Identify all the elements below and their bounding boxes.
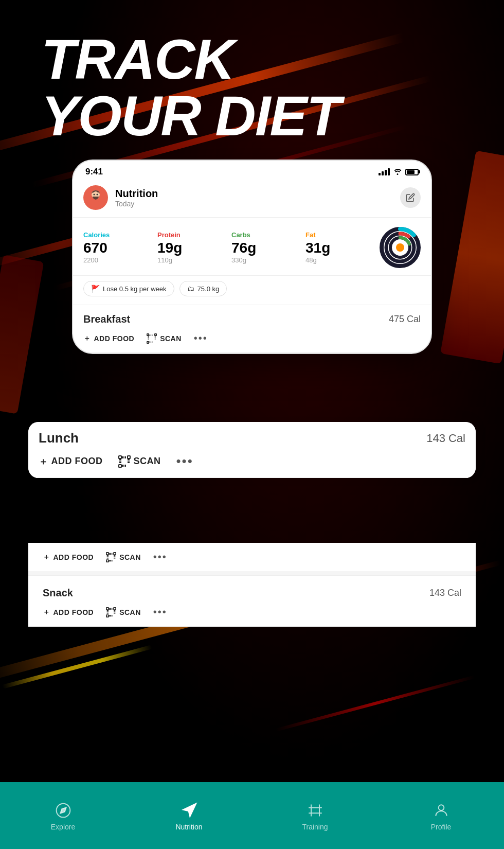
nutrition-nav-label: Nutrition	[175, 823, 202, 831]
lunch-calories: 143 Cal	[426, 432, 465, 445]
nav-profile[interactable]: Profile	[416, 800, 467, 831]
dinner-scan[interactable]: SCAN	[106, 552, 141, 562]
snack-section: Snack 143 Cal ＋ ADD FOOD	[28, 575, 476, 626]
bottom-navigation: Explore Nutrition Training Profile	[0, 782, 504, 849]
weight-goal-text: Lose 0.5 kg per week	[103, 285, 167, 293]
hero-line1: TRACK	[41, 31, 340, 87]
breakfast-add-food[interactable]: ＋ ADD FOOD	[83, 334, 134, 343]
scale-icon: 🗂	[187, 285, 194, 293]
breakfast-scan[interactable]: SCAN	[147, 333, 182, 344]
svg-rect-41	[106, 552, 109, 554]
svg-point-2	[94, 194, 95, 196]
wifi-icon	[393, 168, 402, 176]
fat-goal: 48g	[305, 256, 380, 264]
signal-bar-2	[382, 171, 384, 175]
snack-scan-label: SCAN	[119, 608, 141, 616]
calories-stat: Calories 670 2200	[83, 231, 157, 264]
fat-label: Fat	[305, 231, 380, 239]
snack-scan[interactable]: SCAN	[106, 607, 141, 617]
snack-more[interactable]: •••	[153, 606, 167, 618]
fat-value: 31g	[305, 240, 380, 256]
svg-rect-43	[106, 560, 109, 562]
snack-actions: ＋ ADD FOOD	[43, 606, 461, 618]
lunch-header: Lunch 143 Cal	[39, 430, 465, 446]
nav-explore[interactable]: Explore	[38, 800, 89, 831]
svg-rect-27	[128, 456, 130, 458]
nav-nutrition[interactable]: Nutrition	[164, 800, 215, 831]
lunch-scan-label: SCAN	[134, 456, 161, 467]
dinner-more[interactable]: •••	[153, 551, 167, 563]
training-icon	[305, 800, 326, 821]
breakfast-more[interactable]: •••	[194, 332, 208, 344]
status-time: 9:41	[85, 167, 103, 177]
progress-chart	[380, 227, 421, 268]
snack-add-label: ADD FOOD	[53, 608, 94, 616]
svg-marker-72	[60, 807, 66, 813]
dinner-add-label: ADD FOOD	[53, 553, 94, 561]
nutrition-date: Today	[115, 200, 400, 208]
signal-bar-4	[388, 168, 390, 175]
current-weight-badge[interactable]: 🗂 75.0 kg	[179, 281, 227, 296]
calories-label: Calories	[83, 231, 157, 239]
status-icons	[379, 168, 419, 176]
app-title: Nutrition Today	[115, 188, 400, 208]
svg-rect-56	[106, 607, 109, 609]
calories-goal: 2200	[83, 256, 157, 264]
protein-stat: Protein 19g 110g	[157, 231, 231, 264]
breakfast-actions: ＋ ADD FOOD	[83, 332, 421, 344]
svg-rect-13	[147, 341, 149, 343]
calories-value: 670	[83, 240, 157, 256]
snack-name: Snack	[43, 587, 73, 599]
svg-rect-28	[119, 465, 121, 467]
plus-icon: ＋	[83, 334, 91, 343]
svg-rect-26	[119, 456, 121, 458]
svg-point-3	[97, 194, 98, 196]
dinner-add-section: ＋ ADD FOOD	[28, 543, 476, 571]
barcode-icon	[106, 552, 116, 562]
training-label: Training	[302, 823, 328, 831]
svg-point-73	[438, 805, 444, 810]
hero-line2: YOUR DIET	[41, 87, 340, 144]
lunch-add-label: ADD FOOD	[51, 456, 103, 467]
lunch-actions: ＋ ADD FOOD	[39, 453, 465, 469]
barcode-icon	[147, 333, 157, 344]
profile-icon	[431, 800, 452, 821]
phone-mockup: 9:41	[72, 160, 432, 354]
lunch-name: Lunch	[39, 430, 79, 446]
breakfast-calories: 475 Cal	[389, 314, 421, 325]
snack-add-food[interactable]: ＋ ADD FOOD	[43, 608, 94, 617]
protein-goal: 110g	[157, 256, 231, 264]
signal-bar-1	[379, 173, 381, 175]
lunch-add-food[interactable]: ＋ ADD FOOD	[39, 455, 103, 468]
flag-icon: 🚩	[91, 285, 100, 293]
current-weight-text: 75.0 kg	[197, 285, 220, 293]
lunch-card: Lunch 143 Cal ＋ ADD FOOD	[28, 422, 476, 478]
breakfast-name: Breakfast	[83, 313, 130, 325]
svg-point-10	[396, 243, 404, 252]
status-bar: 9:41	[73, 161, 431, 180]
nav-training[interactable]: Training	[290, 800, 341, 831]
carbs-value: 76g	[231, 240, 305, 256]
lunch-more[interactable]: •••	[176, 453, 193, 469]
protein-label: Protein	[157, 231, 231, 239]
goal-badges: 🚩 Lose 0.5 kg per week 🗂 75.0 kg	[73, 276, 431, 305]
barcode-icon	[106, 607, 116, 617]
svg-rect-58	[106, 615, 109, 617]
carbs-stat: Carbs 76g 330g	[231, 231, 305, 264]
battery-fill	[407, 170, 415, 174]
svg-rect-12	[155, 333, 156, 335]
edit-button[interactable]	[400, 187, 421, 208]
explore-icon	[53, 800, 74, 821]
breakfast-section: Breakfast 475 Cal ＋ ADD FOOD	[73, 305, 431, 353]
lunch-section: Lunch 143 Cal ＋ ADD FOOD	[28, 422, 476, 478]
weight-goal-badge[interactable]: 🚩 Lose 0.5 kg per week	[83, 281, 174, 296]
dinner-scan-label: SCAN	[119, 553, 141, 561]
nutrition-icon	[179, 800, 200, 821]
below-sections: ＋ ADD FOOD	[28, 543, 476, 627]
lunch-scan[interactable]: SCAN	[118, 455, 161, 468]
app-header: Nutrition Today	[73, 180, 431, 218]
dinner-add-food[interactable]: ＋ ADD FOOD	[43, 553, 94, 562]
svg-rect-11	[147, 333, 149, 335]
svg-rect-57	[114, 607, 116, 609]
snack-calories: 143 Cal	[429, 588, 461, 598]
